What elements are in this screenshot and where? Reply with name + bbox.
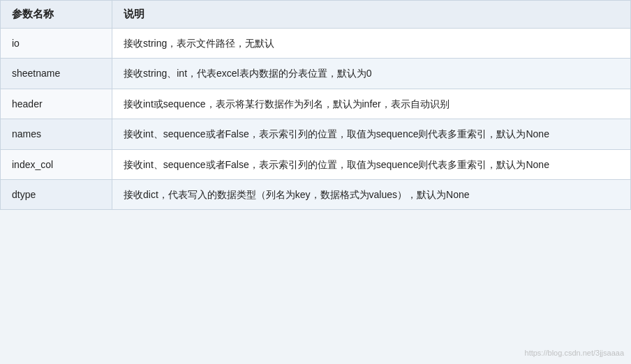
param-name-cell: io	[1, 29, 112, 59]
param-name-cell: sheetname	[1, 59, 112, 89]
params-table: 参数名称 说明 io接收string，表示文件路径，无默认sheetname接收…	[0, 0, 631, 210]
table-container: 参数名称 说明 io接收string，表示文件路径，无默认sheetname接收…	[0, 0, 631, 364]
table-row: sheetname接收string、int，代表excel表内数据的分表位置，默…	[1, 59, 631, 89]
param-name-cell: dtype	[1, 179, 112, 209]
table-row: names接收int、sequence或者False，表示索引列的位置，取值为s…	[1, 119, 631, 149]
param-desc-cell: 接收string，表示文件路径，无默认	[112, 29, 631, 59]
watermark: https://blog.csdn.net/3jjsaaaa	[525, 349, 624, 357]
param-name-cell: names	[1, 119, 112, 149]
param-desc-cell: 接收int、sequence或者False，表示索引列的位置，取值为sequen…	[112, 149, 631, 179]
col-header-param: 参数名称	[1, 1, 112, 29]
param-desc-cell: 接收int、sequence或者False，表示索引列的位置，取值为sequen…	[112, 119, 631, 149]
table-row: io接收string，表示文件路径，无默认	[1, 29, 631, 59]
col-header-desc: 说明	[112, 1, 631, 29]
param-name-cell: header	[1, 89, 112, 119]
param-desc-cell: 接收dict，代表写入的数据类型（列名为key，数据格式为values），默认为…	[112, 179, 631, 209]
param-desc-cell: 接收string、int，代表excel表内数据的分表位置，默认为0	[112, 59, 631, 89]
table-row: index_col接收int、sequence或者False，表示索引列的位置，…	[1, 149, 631, 179]
table-row: header接收int或sequence，表示将某行数据作为列名，默认为infe…	[1, 89, 631, 119]
table-row: dtype接收dict，代表写入的数据类型（列名为key，数据格式为values…	[1, 179, 631, 209]
param-desc-cell: 接收int或sequence，表示将某行数据作为列名，默认为infer，表示自动…	[112, 89, 631, 119]
param-name-cell: index_col	[1, 149, 112, 179]
table-header-row: 参数名称 说明	[1, 1, 631, 29]
